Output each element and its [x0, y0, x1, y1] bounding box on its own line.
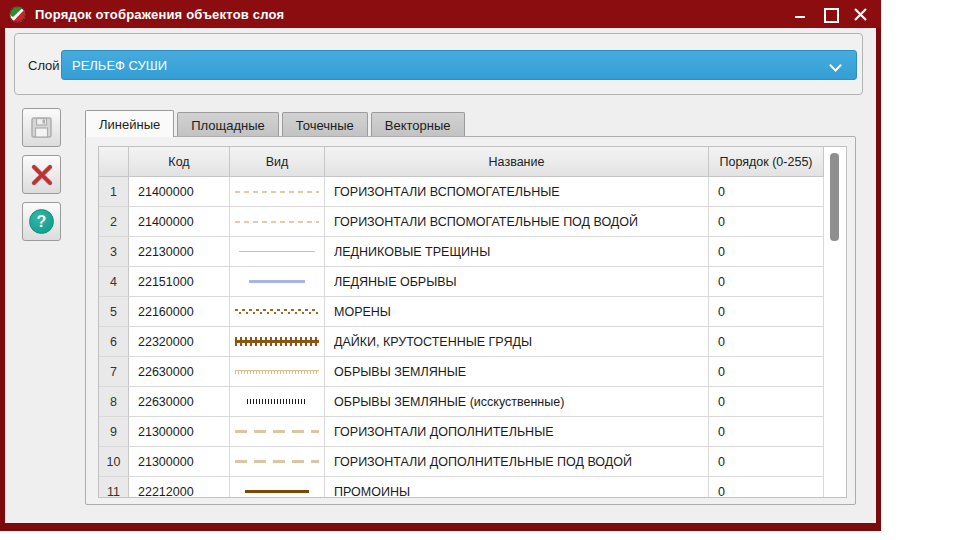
order-cell[interactable]: 0 — [709, 477, 824, 498]
tab-panel: Код Вид Название Порядок (0-255) 1 21400… — [85, 136, 856, 505]
line-pattern-swatch — [235, 221, 319, 223]
line-pattern-swatch — [235, 191, 319, 193]
line-style-cell — [230, 447, 325, 477]
order-cell[interactable]: 0 — [709, 417, 824, 447]
name-cell[interactable]: ГОРИЗОНТАЛИ ДОПОЛНИТЕЛЬНЫЕ ПОД ВОДОЙ — [325, 447, 709, 477]
row-number-cell: 6 — [99, 327, 129, 357]
table-row[interactable]: 6 22320000 ДАЙКИ, КРУТОСТЕННЫЕ ГРЯДЫ 0 — [99, 327, 846, 357]
line-style-cell — [230, 267, 325, 297]
line-style-cell — [230, 357, 325, 387]
table-row[interactable]: 9 21300000 ГОРИЗОНТАЛИ ДОПОЛНИТЕЛЬНЫЕ 0 — [99, 417, 846, 447]
order-cell[interactable]: 0 — [709, 357, 824, 387]
table-row[interactable]: 10 21300000 ГОРИЗОНТАЛИ ДОПОЛНИТЕЛЬНЫЕ П… — [99, 447, 846, 477]
order-cell[interactable]: 0 — [709, 447, 824, 477]
line-pattern-swatch — [235, 309, 319, 314]
code-cell[interactable]: 21400000 — [129, 177, 230, 207]
order-cell[interactable]: 0 — [709, 207, 824, 237]
objects-table: Код Вид Название Порядок (0-255) 1 21400… — [98, 146, 847, 498]
name-cell[interactable]: ОБРЫВЫ ЗЕМЛЯНЫЕ — [325, 357, 709, 387]
desktop: Порядок отображения объектов слоя Слой Р… — [0, 0, 960, 540]
help-button[interactable]: ? — [22, 202, 61, 241]
order-cell[interactable]: 0 — [709, 387, 824, 417]
line-style-cell — [230, 387, 325, 417]
line-style-cell — [230, 177, 325, 207]
row-number-cell: 9 — [99, 417, 129, 447]
line-style-cell — [230, 417, 325, 447]
layer-label: Слой — [28, 58, 60, 73]
order-cell[interactable]: 0 — [709, 237, 824, 267]
line-style-cell — [230, 327, 325, 357]
line-pattern-swatch — [235, 430, 319, 433]
table-header: Код Вид Название Порядок (0-255) — [99, 147, 846, 177]
code-cell[interactable]: 22630000 — [129, 357, 230, 387]
vertical-scrollbar[interactable] — [824, 147, 846, 497]
code-cell[interactable]: 22320000 — [129, 327, 230, 357]
code-cell[interactable]: 22160000 — [129, 297, 230, 327]
line-pattern-swatch — [245, 490, 309, 493]
window-client-area: Слой РЕЛЬЕФ СУШИ — [5, 28, 876, 523]
code-cell[interactable]: 22630000 — [129, 387, 230, 417]
line-pattern-swatch — [247, 399, 307, 404]
order-cell[interactable]: 0 — [709, 297, 824, 327]
table-row[interactable]: 8 22630000 ОБРЫВЫ ЗЕМЛЯНЫЕ (исскуственны… — [99, 387, 846, 417]
tab-3[interactable]: Точечные — [282, 112, 368, 137]
app-logo-icon — [9, 6, 26, 23]
save-button[interactable] — [22, 108, 61, 147]
table-row[interactable]: 11 22212000 ПРОМОИНЫ 0 — [99, 477, 846, 498]
row-number-cell: 3 — [99, 237, 129, 267]
row-number-cell: 8 — [99, 387, 129, 417]
name-cell[interactable]: МОРЕНЫ — [325, 297, 709, 327]
name-cell[interactable]: ОБРЫВЫ ЗЕМЛЯНЫЕ (исскуственные) — [325, 387, 709, 417]
line-pattern-swatch — [235, 460, 319, 463]
name-cell[interactable]: ЛЕДНИКОВЫЕ ТРЕЩИНЫ — [325, 237, 709, 267]
line-pattern-swatch — [235, 370, 319, 374]
table-row[interactable]: 5 22160000 МОРЕНЫ 0 — [99, 297, 846, 327]
scrollbar-thumb[interactable] — [830, 153, 839, 241]
tab-2[interactable]: Площадные — [177, 112, 279, 137]
question-mark-icon: ? — [29, 209, 54, 234]
minimize-button[interactable] — [794, 8, 806, 20]
order-cell[interactable]: 0 — [709, 177, 824, 207]
code-cell[interactable]: 22151000 — [129, 267, 230, 297]
row-number-cell: 11 — [99, 477, 129, 498]
code-cell[interactable]: 22212000 — [129, 477, 230, 498]
line-pattern-swatch — [235, 337, 319, 346]
line-pattern-swatch — [249, 280, 305, 283]
name-cell[interactable]: ГОРИЗОНТАЛИ ДОПОЛНИТЕЛЬНЫЕ — [325, 417, 709, 447]
table-row[interactable]: 1 21400000 ГОРИЗОНТАЛИ ВСПОМОГАТЕЛЬНЫЕ 0 — [99, 177, 846, 207]
code-cell[interactable]: 21400000 — [129, 207, 230, 237]
code-cell[interactable]: 22130000 — [129, 237, 230, 267]
line-pattern-swatch — [239, 251, 315, 252]
chevron-down-icon — [829, 59, 842, 72]
close-window-button[interactable] — [854, 8, 867, 21]
name-cell[interactable]: ПРОМОИНЫ — [325, 477, 709, 498]
tab-1[interactable]: Линейные — [85, 110, 174, 137]
header-name[interactable]: Название — [325, 147, 709, 177]
maximize-button[interactable] — [824, 8, 836, 20]
order-cell[interactable]: 0 — [709, 267, 824, 297]
table-row[interactable]: 2 21400000 ГОРИЗОНТАЛИ ВСПОМОГАТЕЛЬНЫЕ П… — [99, 207, 846, 237]
header-view[interactable]: Вид — [230, 147, 325, 177]
titlebar[interactable]: Порядок отображения объектов слоя — [0, 0, 881, 28]
table-row[interactable]: 4 22151000 ЛЕДЯНЫЕ ОБРЫВЫ 0 — [99, 267, 846, 297]
line-style-cell — [230, 207, 325, 237]
code-cell[interactable]: 21300000 — [129, 447, 230, 477]
header-order[interactable]: Порядок (0-255) — [709, 147, 824, 177]
tab-4[interactable]: Векторные — [371, 112, 465, 137]
order-cell[interactable]: 0 — [709, 327, 824, 357]
table-body: 1 21400000 ГОРИЗОНТАЛИ ВСПОМОГАТЕЛЬНЫЕ 0… — [99, 177, 846, 498]
layer-dropdown[interactable]: РЕЛЬЕФ СУШИ — [61, 50, 857, 80]
delete-button[interactable] — [22, 155, 61, 194]
red-x-icon — [30, 163, 54, 187]
name-cell[interactable]: ДАЙКИ, КРУТОСТЕННЫЕ ГРЯДЫ — [325, 327, 709, 357]
code-cell[interactable]: 21300000 — [129, 417, 230, 447]
row-number-cell: 10 — [99, 447, 129, 477]
name-cell[interactable]: ЛЕДЯНЫЕ ОБРЫВЫ — [325, 267, 709, 297]
layer-dropdown-value: РЕЛЬЕФ СУШИ — [72, 58, 167, 73]
header-code[interactable]: Код — [129, 147, 230, 177]
name-cell[interactable]: ГОРИЗОНТАЛИ ВСПОМОГАТЕЛЬНЫЕ ПОД ВОДОЙ — [325, 207, 709, 237]
name-cell[interactable]: ГОРИЗОНТАЛИ ВСПОМОГАТЕЛЬНЫЕ — [325, 177, 709, 207]
table-row[interactable]: 7 22630000 ОБРЫВЫ ЗЕМЛЯНЫЕ 0 — [99, 357, 846, 387]
table-row[interactable]: 3 22130000 ЛЕДНИКОВЫЕ ТРЕЩИНЫ 0 — [99, 237, 846, 267]
row-number-cell: 5 — [99, 297, 129, 327]
